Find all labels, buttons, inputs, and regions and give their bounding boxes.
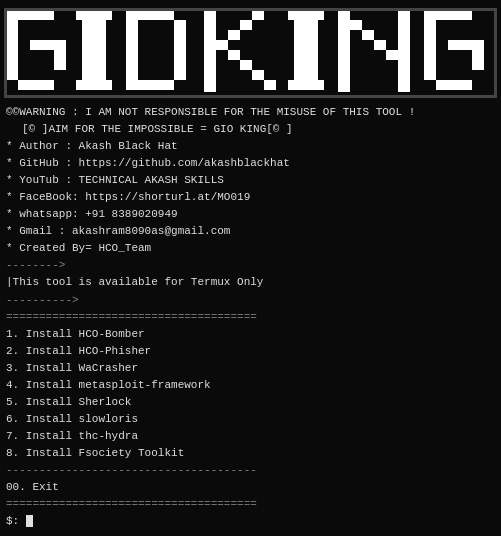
- menu-item-7[interactable]: 7. Install thc-hydra: [6, 428, 495, 445]
- svg-rect-5: [6, 30, 18, 40]
- svg-rect-47: [386, 50, 398, 60]
- svg-rect-17: [6, 50, 18, 60]
- svg-rect-24: [162, 10, 174, 20]
- svg-rect-63: [436, 80, 448, 90]
- menu-item-3[interactable]: 3. Install WaCrasher: [6, 360, 495, 377]
- info-facebook: * FaceBook: https://shorturl.at/MO019: [6, 189, 495, 206]
- svg-rect-23: [150, 10, 162, 20]
- svg-rect-40: [288, 10, 324, 20]
- exit-item[interactable]: 00. Exit: [6, 479, 495, 496]
- svg-rect-0: [6, 10, 18, 20]
- svg-rect-61: [424, 60, 436, 70]
- title-svg: [4, 8, 497, 98]
- svg-rect-62: [424, 70, 436, 80]
- svg-rect-29: [150, 80, 162, 90]
- cursor-blink: [26, 515, 33, 527]
- menu-item-6[interactable]: 6. Install slowloris: [6, 411, 495, 428]
- svg-rect-64: [448, 80, 460, 90]
- svg-rect-36: [228, 50, 240, 60]
- menu-item-2[interactable]: 2. Install HCO-Phisher: [6, 343, 495, 360]
- svg-rect-66: [424, 50, 436, 60]
- svg-rect-30: [162, 80, 174, 90]
- svg-rect-37: [240, 60, 252, 70]
- svg-rect-2: [30, 10, 42, 20]
- aim-line: [© ]AIM FOR THE IMPOSSIBLE = GIO KING[© …: [6, 121, 495, 138]
- svg-rect-27: [126, 80, 138, 90]
- svg-rect-15: [30, 80, 42, 90]
- svg-rect-14: [18, 80, 30, 90]
- svg-rect-44: [350, 20, 362, 30]
- menu-item-1[interactable]: 1. Install HCO-Bomber: [6, 326, 495, 343]
- info-author: * Author : Akash Black Hat: [6, 138, 495, 155]
- svg-rect-43: [338, 10, 350, 92]
- arrow-sep1: -------->: [6, 257, 495, 274]
- prompt-symbol: $:: [6, 515, 26, 527]
- svg-rect-1: [18, 10, 30, 20]
- svg-rect-4: [6, 20, 18, 30]
- svg-rect-34: [240, 20, 252, 30]
- eq-sep2: ======================================: [6, 496, 495, 513]
- svg-rect-19: [82, 20, 106, 80]
- terminal-content: ©©WARNING : I AM NOT RESPONSIBLE FOR THE…: [0, 102, 501, 532]
- terminal-window: ©©WARNING : I AM NOT RESPONSIBLE FOR THE…: [0, 0, 501, 536]
- svg-rect-10: [54, 50, 66, 60]
- arrow-sep2: ---------->: [6, 292, 495, 309]
- svg-rect-6: [6, 40, 18, 50]
- title-section: [0, 0, 501, 102]
- svg-rect-35: [252, 10, 264, 20]
- svg-rect-55: [424, 40, 436, 50]
- svg-rect-41: [294, 20, 318, 80]
- note-termux: |This tool is available for Termux Only: [6, 274, 495, 291]
- svg-rect-59: [472, 50, 484, 60]
- info-gmail: * Gmail : akashram8090as@gmail.com: [6, 223, 495, 240]
- svg-rect-26: [174, 20, 186, 80]
- menu-item-5[interactable]: 5. Install Sherlock: [6, 394, 495, 411]
- dash-separator: --------------------------------------: [6, 462, 495, 479]
- svg-rect-56: [448, 40, 460, 50]
- svg-rect-65: [460, 80, 472, 90]
- svg-rect-46: [374, 40, 386, 50]
- svg-rect-20: [76, 80, 112, 90]
- info-github: * GitHub : https://github.com/akashblack…: [6, 155, 495, 172]
- info-created: * Created By= HCO_Team: [6, 240, 495, 257]
- svg-rect-13: [6, 70, 18, 80]
- svg-rect-69: [4, 8, 7, 98]
- svg-rect-58: [472, 40, 484, 50]
- svg-rect-53: [424, 20, 436, 30]
- info-whatsapp: * whatsapp: +91 8389020949: [6, 206, 495, 223]
- command-prompt[interactable]: $:: [6, 513, 495, 530]
- svg-rect-22: [138, 10, 150, 20]
- svg-rect-70: [494, 8, 497, 98]
- eq-sep1: ======================================: [6, 309, 495, 326]
- svg-rect-38: [252, 70, 264, 80]
- svg-rect-7: [30, 40, 42, 50]
- svg-rect-28: [138, 80, 150, 90]
- svg-rect-21: [126, 10, 138, 20]
- menu-item-8[interactable]: 8. Install Fsociety Toolkit: [6, 445, 495, 462]
- svg-rect-3: [42, 10, 54, 20]
- svg-rect-9: [54, 40, 66, 50]
- svg-rect-51: [448, 10, 460, 20]
- svg-rect-8: [42, 40, 54, 50]
- svg-rect-49: [424, 10, 436, 20]
- svg-rect-12: [6, 60, 18, 70]
- svg-rect-31: [204, 10, 216, 92]
- svg-rect-18: [76, 10, 112, 20]
- svg-rect-11: [54, 60, 66, 70]
- svg-rect-52: [460, 10, 472, 20]
- svg-rect-45: [362, 30, 374, 40]
- svg-rect-32: [216, 40, 228, 50]
- svg-rect-68: [4, 95, 497, 98]
- svg-rect-42: [288, 80, 324, 90]
- svg-rect-50: [436, 10, 448, 20]
- svg-rect-57: [460, 40, 472, 50]
- svg-rect-48: [398, 10, 410, 92]
- menu-items: 1. Install HCO-Bomber 2. Install HCO-Phi…: [6, 326, 495, 462]
- svg-rect-54: [424, 30, 436, 40]
- svg-rect-16: [42, 80, 54, 90]
- svg-rect-25: [126, 20, 138, 80]
- info-youtube: * YouTub : TECHNICAL AKASH SKILLS: [6, 172, 495, 189]
- menu-item-4[interactable]: 4. Install metasploit-framework: [6, 377, 495, 394]
- svg-rect-67: [4, 8, 497, 11]
- svg-rect-60: [472, 60, 484, 70]
